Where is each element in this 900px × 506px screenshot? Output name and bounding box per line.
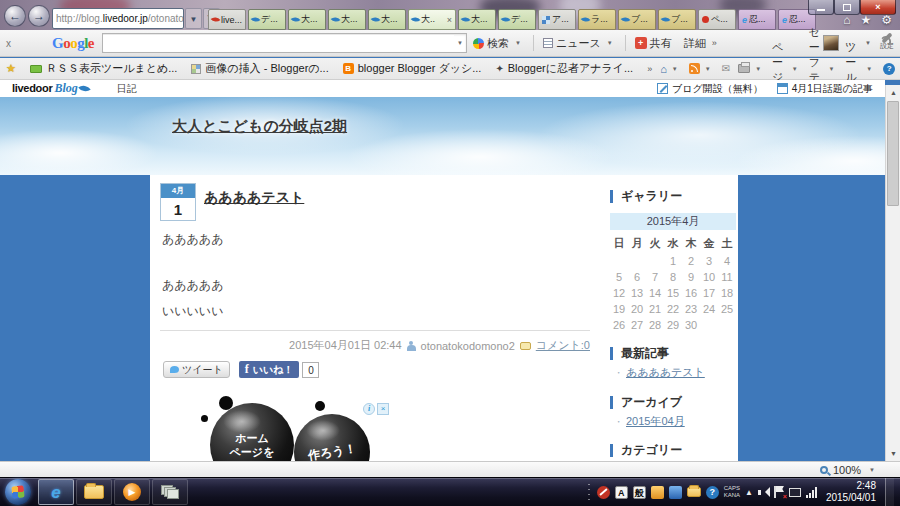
calendar-date: 28 (646, 317, 664, 333)
tray-help-icon[interactable]: ? (706, 486, 719, 499)
blog-category-link[interactable]: 日記 (117, 82, 137, 96)
calendar-month-header: 2015年4月 (610, 213, 736, 230)
network-icon[interactable] (789, 488, 801, 497)
toolbar-close-button[interactable]: x (6, 38, 22, 49)
calendar-date: 25 (718, 301, 736, 317)
taskbar-explorer-button[interactable] (76, 479, 112, 505)
help-menu[interactable]: ?▼ (883, 63, 900, 75)
tab-close-icon[interactable]: × (447, 15, 452, 25)
zoom-level[interactable]: 100% (833, 464, 861, 476)
calendar-date: 1 (664, 253, 682, 269)
page-scrollbar[interactable]: ▲ ▼ (885, 85, 900, 461)
feeds-button[interactable]: ▼ (689, 63, 714, 74)
signal-bars-icon[interactable] (806, 487, 817, 498)
archive-link[interactable]: ・2015年04月 (614, 414, 685, 429)
show-desktop-button[interactable] (885, 478, 894, 506)
favorite-item[interactable]: ✦Bloggerに忍者アナライ... (495, 61, 633, 76)
calendar-date: 23 (682, 301, 700, 317)
browser-tab[interactable]: ア... (538, 9, 576, 30)
news-icon (543, 38, 553, 48)
maximize-button[interactable] (834, 0, 860, 15)
google-search-input[interactable] (103, 35, 454, 51)
blog-title-link[interactable]: 大人とこどもの分岐点2期 (172, 117, 347, 136)
close-button[interactable]: × (860, 0, 896, 15)
ad-close-icon[interactable]: × (377, 403, 389, 415)
ime-caps-kana-indicator[interactable]: CAPSKANA (724, 485, 740, 499)
favorite-item[interactable]: Bblogger Blogger ダッシ... (343, 61, 482, 76)
taskbar-ie-button[interactable]: e (38, 479, 74, 505)
bullet-icon: ・ (614, 368, 623, 378)
alert-x-icon: × (783, 493, 787, 500)
browser-tab[interactable]: 大... (368, 9, 406, 30)
article-title-link[interactable]: ああああテスト (204, 189, 304, 207)
chevron-down-icon[interactable]: ▼ (866, 467, 878, 473)
calendar-date: 7 (646, 269, 664, 285)
clock-date: 2015/04/01 (826, 492, 876, 504)
browser-tab[interactable]: 大... (328, 9, 366, 30)
add-star-icon: ★ (6, 62, 16, 75)
browser-tab[interactable]: 大... (288, 9, 326, 30)
antivirus-tray-icon[interactable] (597, 486, 610, 499)
google-plus-icon: + (635, 37, 647, 49)
folder-icon (84, 485, 104, 499)
ime-conversion-mode-icon[interactable]: 般 (633, 486, 646, 499)
featured-articles-link[interactable]: 4月1日話題の記事 (777, 82, 873, 96)
author-icon (407, 341, 416, 351)
scrollbar-thumb[interactable] (887, 101, 899, 206)
browser-tab[interactable]: デ... (498, 9, 536, 30)
calendar-day-header: 火 (646, 236, 664, 250)
calendar-date: 12 (610, 285, 628, 301)
browser-tab[interactable]: ラ... (578, 9, 616, 30)
chevron-down-icon[interactable]: ▼ (454, 40, 466, 46)
calendar-date: 4 (718, 253, 736, 269)
browser-tab[interactable]: 大... (458, 9, 496, 30)
address-dropdown-button[interactable]: ▼ (185, 8, 202, 29)
scroll-up-button[interactable]: ▲ (886, 85, 900, 100)
livedoor-blog-favicon (411, 15, 421, 25)
volume-icon[interactable] (758, 487, 769, 498)
back-button[interactable]: ← (4, 5, 26, 27)
scroll-down-button[interactable]: ▼ (886, 446, 900, 461)
date-badge: 4月 1 (160, 183, 196, 221)
google-search-button[interactable]: 検索 ▼ (467, 32, 530, 54)
browser-tab[interactable]: live... (208, 9, 246, 30)
maximize-icon (843, 4, 851, 11)
comments-link[interactable]: コメント:0 (536, 338, 590, 353)
minimize-button[interactable] (808, 0, 834, 15)
create-blog-link[interactable]: ブログ開設（無料） (657, 82, 763, 96)
address-bar[interactable]: http://blog.livedoor.jp/otonatol (52, 8, 184, 29)
ad-info-icon[interactable]: i (363, 403, 375, 415)
print-button[interactable]: ▼ (738, 64, 764, 73)
browser-tab[interactable]: デ... (248, 9, 286, 30)
taskbar-window-stack-button[interactable] (152, 479, 188, 505)
chevron-more-icon[interactable]: » (647, 64, 652, 74)
add-favorite-button[interactable]: ★ (6, 62, 16, 75)
show-hidden-icons-button[interactable]: ▲ (745, 488, 753, 497)
browser-tab-active[interactable]: 大..× (408, 9, 456, 30)
calendar-day-header: 木 (682, 236, 700, 250)
action-center-flag-icon[interactable]: × (774, 486, 784, 498)
rss-tool-icon (30, 65, 42, 73)
facebook-like-button[interactable]: fいいね！ (239, 361, 300, 378)
recent-post-link[interactable]: ・ああああテスト (614, 365, 705, 380)
tray-messenger-icon[interactable] (669, 486, 682, 499)
date-badge-day: 1 (161, 198, 195, 221)
image-icon (191, 64, 201, 74)
taskbar-clock[interactable]: 2:48 2015/04/01 (822, 480, 880, 504)
tweet-button[interactable]: ツイート (163, 361, 230, 378)
tray-app-icon[interactable] (651, 486, 664, 499)
news-button[interactable]: ニュース ▼ (537, 32, 622, 54)
ime-input-mode-icon[interactable]: A (615, 486, 628, 499)
favorite-item[interactable]: ＲＳＳ表示ツールまとめ... (30, 61, 177, 76)
start-button[interactable] (5, 479, 31, 505)
livedoor-blog-logo[interactable]: livedoor Blog (12, 81, 89, 96)
favorite-item[interactable]: 画像の挿入 - Bloggerの... (191, 61, 328, 76)
forward-button[interactable]: → (28, 5, 50, 27)
taskbar-media-player-button[interactable]: ▶ (114, 479, 150, 505)
read-mail-icon[interactable]: ✉ (722, 63, 730, 74)
social-buttons: ツイート fいいね！ 0 (163, 361, 319, 378)
calendar-day-header: 水 (664, 236, 682, 250)
home-menu-button[interactable]: ⌂▼ (660, 63, 681, 75)
tray-folder-icon[interactable] (687, 487, 701, 497)
window-controls: × (808, 0, 896, 15)
